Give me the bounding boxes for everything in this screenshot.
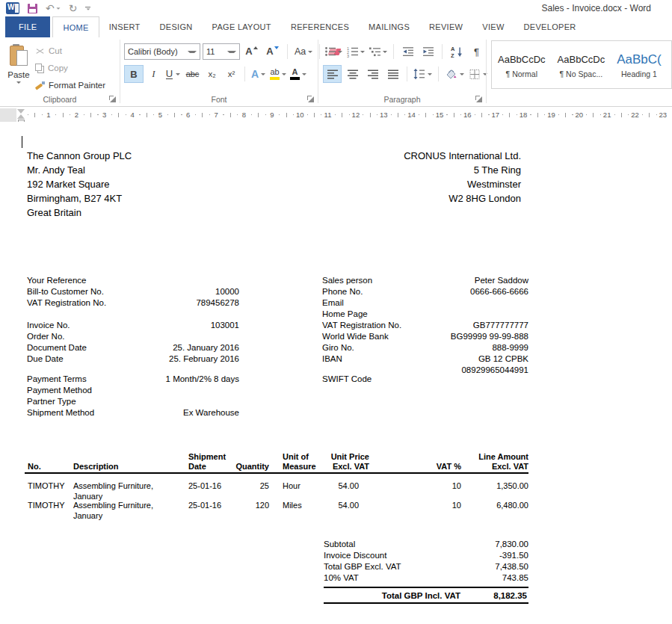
decrease-indent-icon: [402, 46, 414, 58]
align-right-button[interactable]: [363, 65, 382, 83]
cut-icon: [35, 47, 45, 55]
multilevel-list-icon: [369, 46, 381, 58]
bullets-button[interactable]: [323, 43, 344, 61]
svg-text:3: 3: [347, 54, 349, 58]
multilevel-list-button[interactable]: [368, 43, 389, 61]
bold-button[interactable]: B: [124, 65, 144, 83]
company-address: CRONUS International Ltd. 5 The Ring Wes…: [404, 149, 521, 206]
subscript-button[interactable]: x₂: [203, 65, 221, 83]
text-effects-button[interactable]: A: [249, 65, 268, 83]
change-case-button[interactable]: Aa: [293, 43, 314, 61]
title-bar: W ↶ ↻ Sales - Invoice.docx - Word: [0, 0, 672, 16]
grand-total-row: Total GBP Incl. VAT 8,182.35: [324, 587, 528, 604]
hanging-indent-marker[interactable]: [17, 114, 25, 119]
tab-design[interactable]: DESIGN: [150, 16, 203, 37]
invoice-info-right-top: Sales personPeter Saddow Phone No.0666-6…: [322, 275, 528, 376]
tab-file[interactable]: FILE: [5, 16, 50, 37]
line-spacing-icon: [413, 68, 425, 80]
tab-view[interactable]: VIEW: [472, 16, 514, 37]
tab-home[interactable]: HOME: [52, 16, 99, 37]
svg-text:Z: Z: [451, 52, 454, 58]
tab-insert[interactable]: INSERT: [99, 16, 150, 37]
ribbon: Paste Cut Copy Format Painter Clipboard …: [0, 37, 672, 107]
paste-clipboard-icon: [10, 44, 28, 67]
tab-review[interactable]: REVIEW: [419, 16, 472, 37]
increase-indent-button[interactable]: [419, 43, 437, 61]
font-color-button[interactable]: A: [289, 65, 308, 83]
style-heading-2[interactable]: AaB Hea: [668, 41, 672, 88]
sort-button[interactable]: AZ: [447, 43, 466, 61]
paragraph-dialog-launcher-icon[interactable]: [475, 96, 482, 102]
font-group-label: Font: [120, 95, 318, 104]
numbering-button[interactable]: 123: [345, 43, 366, 61]
paste-label: Paste: [7, 70, 29, 79]
font-dialog-launcher-icon[interactable]: [307, 96, 314, 102]
justify-button[interactable]: [383, 65, 402, 83]
show-hide-pilcrow-button[interactable]: ¶: [467, 43, 486, 61]
format-painter-icon: [35, 81, 45, 90]
styles-gallery: AaBbCcDc ¶ Normal AaBbCcDc ¶ No Spac... …: [491, 40, 672, 89]
clipboard-group-label: Clipboard: [0, 95, 120, 104]
save-icon[interactable]: [28, 4, 37, 13]
styles-group: AaBbCcDc ¶ Normal AaBbCcDc ¶ No Spac... …: [490, 37, 672, 106]
font-name-combo[interactable]: Calibri (Body): [124, 43, 200, 60]
window-title: Sales - Invoice.docx - Word: [541, 3, 651, 13]
undo-dropdown-icon[interactable]: [56, 7, 60, 10]
justify-icon: [387, 69, 399, 80]
ribbon-tab-bar: FILE HOME INSERT DESIGN PAGE LAYOUT REFE…: [0, 16, 672, 37]
clipboard-dialog-launcher-icon[interactable]: [109, 96, 116, 102]
paragraph-group-label: Paragraph: [318, 95, 486, 104]
undo-icon: ↶: [46, 3, 55, 13]
text-cursor: [22, 136, 22, 148]
customize-qat-icon[interactable]: [85, 7, 90, 10]
shading-button[interactable]: [443, 65, 466, 83]
table-header: No. Description Shipment Date Quantity U…: [25, 450, 528, 474]
style-normal[interactable]: AaBbCcDc ¶ Normal: [492, 41, 552, 88]
font-size-combo[interactable]: 11: [203, 43, 240, 60]
line-spacing-button[interactable]: [412, 65, 434, 83]
totals-block: Subtotal7,830.00 Invoice Discount-391.50…: [324, 539, 528, 584]
paste-button[interactable]: Paste: [4, 41, 33, 101]
font-group: Calibri (Body) 11 A A Aa B I U abc x₂ x²…: [120, 37, 318, 106]
style-no-spacing[interactable]: AaBbCcDc ¶ No Spac...: [552, 41, 611, 88]
word-app-icon[interactable]: W: [6, 2, 19, 14]
clipboard-group: Paste Cut Copy Format Painter Clipboard: [0, 37, 120, 106]
highlight-color-button[interactable]: ab: [268, 65, 288, 83]
tab-page-layout[interactable]: PAGE LAYOUT: [203, 16, 281, 37]
undo-button[interactable]: ↶: [46, 3, 61, 13]
align-left-icon: [327, 69, 339, 80]
highlight-icon: ab: [270, 68, 280, 80]
sort-icon: AZ: [451, 46, 463, 58]
tab-references[interactable]: REFERENCES: [281, 16, 359, 37]
invoice-info-left-bottom: Payment Terms1 Month/2% 8 days Payment M…: [27, 374, 239, 418]
tab-mailings[interactable]: MAILINGS: [359, 16, 419, 37]
bill-to-address: The Cannon Group PLC Mr. Andy Teal 192 M…: [27, 149, 132, 220]
shrink-font-button[interactable]: A: [263, 43, 282, 61]
tab-developer[interactable]: DEVELOPER: [514, 16, 586, 37]
align-left-button[interactable]: [323, 65, 342, 83]
borders-icon: [469, 68, 481, 80]
underline-button[interactable]: U: [164, 65, 182, 83]
cut-button[interactable]: Cut: [35, 43, 62, 58]
grow-font-button[interactable]: A: [242, 43, 261, 61]
align-center-button[interactable]: [343, 65, 362, 83]
style-heading-1[interactable]: AaBbC( Heading 1: [611, 41, 668, 88]
superscript-button[interactable]: x²: [222, 65, 241, 83]
numbering-icon: 123: [347, 46, 359, 58]
first-line-indent-marker[interactable]: [17, 109, 25, 114]
align-center-icon: [347, 69, 359, 80]
strikethrough-button[interactable]: abc: [183, 65, 202, 83]
align-right-icon: [367, 69, 379, 80]
document-page[interactable]: The Cannon Group PLC Mr. Andy Teal 192 M…: [0, 122, 672, 624]
copy-icon: [35, 64, 44, 73]
italic-button[interactable]: I: [144, 65, 163, 83]
format-painter-button[interactable]: Format Painter: [35, 78, 105, 93]
bullets-icon: [324, 46, 336, 58]
decrease-indent-button[interactable]: [398, 43, 417, 61]
redo-icon[interactable]: ↻: [69, 3, 78, 13]
shading-icon: [445, 68, 457, 80]
paragraph-group: 123 AZ ¶: [318, 37, 486, 106]
copy-button[interactable]: Copy: [35, 61, 68, 75]
ruler[interactable]: 1234567891011121314151617181920212223: [0, 108, 672, 122]
font-color-icon: A: [290, 68, 300, 80]
